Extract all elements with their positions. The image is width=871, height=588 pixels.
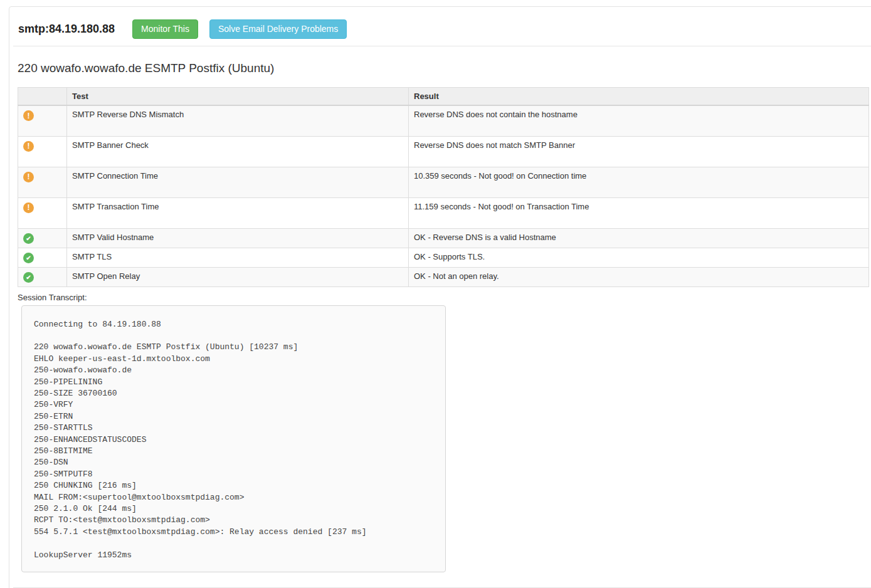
warning-icon: !	[23, 202, 34, 213]
status-cell: ✔	[18, 228, 67, 248]
table-header-row: Test Result	[18, 88, 869, 106]
test-result: OK - Supports TLS.	[409, 248, 869, 267]
table-row: ✔ SMTP Valid Hostname OK - Reverse DNS i…	[18, 228, 869, 248]
status-cell: !	[18, 167, 67, 197]
warning-icon: !	[23, 172, 34, 182]
table-row: ! SMTP Reverse DNS Mismatch Reverse DNS …	[18, 105, 869, 136]
success-icon: ✔	[23, 233, 34, 244]
test-name: SMTP Valid Hostname	[67, 228, 409, 248]
success-icon: ✔	[23, 272, 34, 283]
warning-icon: !	[23, 141, 34, 152]
result-panel: smtp:84.19.180.88 Monitor This Solve Ema…	[9, 6, 871, 588]
status-column-header	[18, 88, 67, 106]
test-name: SMTP TLS	[67, 248, 409, 267]
smtp-banner-heading: 220 wowafo.wowafo.de ESMTP Postfix (Ubun…	[18, 61, 871, 75]
success-icon: ✔	[23, 253, 34, 263]
test-column-header: Test	[67, 88, 409, 106]
test-result: Reverse DNS does not contain the hostnam…	[409, 105, 869, 136]
test-name: SMTP Open Relay	[67, 267, 409, 286]
status-cell: ✔	[18, 248, 67, 267]
table-row: ! SMTP Connection Time 10.359 seconds - …	[18, 167, 869, 197]
session-transcript-label: Session Transcript:	[18, 293, 871, 302]
page-title: smtp:84.19.180.88	[18, 23, 115, 36]
test-result: 11.159 seconds - Not good! on Transactio…	[409, 197, 869, 228]
panel-header: smtp:84.19.180.88 Monitor This Solve Ema…	[13, 7, 871, 46]
test-result: Reverse DNS does not match SMTP Banner	[409, 136, 869, 167]
test-name: SMTP Banner Check	[67, 136, 409, 167]
status-cell: !	[18, 136, 67, 167]
status-cell: ✔	[18, 267, 67, 286]
test-name: SMTP Connection Time	[67, 167, 409, 197]
result-column-header: Result	[409, 88, 869, 106]
test-result: 10.359 seconds - Not good! on Connection…	[409, 167, 869, 197]
table-row: ✔ SMTP Open Relay OK - Not an open relay…	[18, 267, 869, 286]
status-cell: !	[18, 197, 67, 228]
results-table: Test Result ! SMTP Reverse DNS Mismatch …	[18, 87, 869, 287]
solve-email-delivery-button[interactable]: Solve Email Delivery Problems	[209, 19, 347, 39]
session-transcript: Connecting to 84.19.180.88 220 wowafo.wo…	[21, 305, 446, 572]
table-row: ! SMTP Banner Check Reverse DNS does not…	[18, 136, 869, 167]
warning-icon: !	[23, 110, 34, 121]
test-result: OK - Reverse DNS is a valid Hostname	[409, 228, 869, 248]
status-cell: !	[18, 105, 67, 136]
table-row: ✔ SMTP TLS OK - Supports TLS.	[18, 248, 869, 267]
monitor-this-button[interactable]: Monitor This	[132, 19, 198, 39]
test-name: SMTP Reverse DNS Mismatch	[67, 105, 409, 136]
test-result: OK - Not an open relay.	[409, 267, 869, 286]
table-row: ! SMTP Transaction Time 11.159 seconds -…	[18, 197, 869, 228]
test-name: SMTP Transaction Time	[67, 197, 409, 228]
